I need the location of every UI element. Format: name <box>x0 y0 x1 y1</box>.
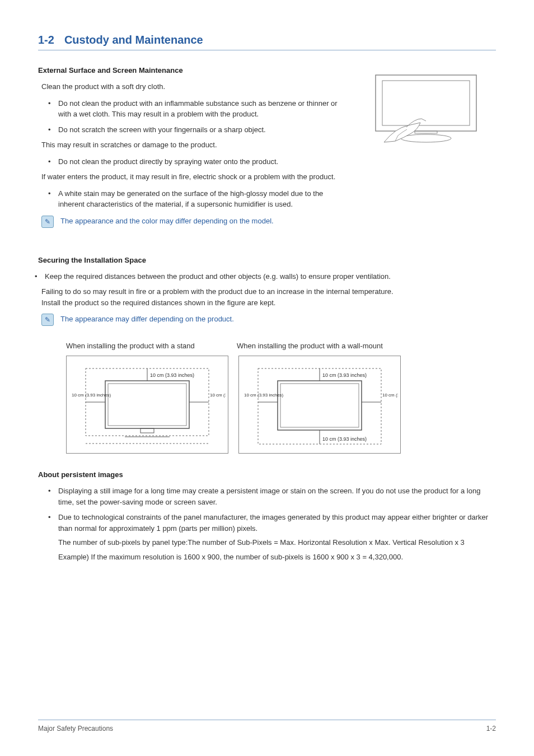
body-text: The number of sub-pixels by panel type:T… <box>58 537 496 548</box>
section-name: Custody and Maintenance <box>64 34 203 46</box>
svg-rect-1 <box>382 81 470 125</box>
note-text: The appearance and the color may differ … <box>60 216 274 227</box>
section-title: 1-2Custody and Maintenance <box>38 34 496 50</box>
bullet: Do not scratch the screen with your fing… <box>48 124 340 136</box>
body-text: If water enters the product, it may resu… <box>41 171 340 183</box>
note-icon: ✎ <box>41 314 54 326</box>
svg-rect-15 <box>280 384 359 427</box>
bullet-text: Due to technological constraints of the … <box>58 513 488 533</box>
section-number: 1-2 <box>38 34 54 46</box>
bullet: Keep the required distances between the … <box>35 271 496 282</box>
measure-label: 10 cm (3.93 inches) <box>322 372 367 378</box>
svg-rect-14 <box>278 381 362 430</box>
bullet: A white stain may be generated on the su… <box>48 188 340 210</box>
svg-rect-7 <box>108 384 186 426</box>
body-text: This may result in scratches or damage t… <box>41 139 340 151</box>
footer-right: 1-2 <box>486 725 496 732</box>
bullet: Displaying a still image for a long time… <box>48 486 496 507</box>
measure-label: 10 cm (3.93 inches) <box>382 393 398 398</box>
subheading-installation: Securing the Installation Space <box>38 256 496 264</box>
measure-label: 10 cm (3.93 inches) <box>150 372 194 378</box>
svg-rect-6 <box>105 381 189 428</box>
figure-caption: When installing the product with a stand <box>66 342 237 350</box>
subheading-external: External Surface and Screen Maintenance <box>38 66 340 74</box>
measure-label: 10 cm (3.93 inches) <box>244 393 284 398</box>
measure-label: 10 cm (3.93 inches) <box>210 393 226 398</box>
subheading-persistent: About persistent images <box>38 470 496 479</box>
bullet: Due to technological constraints of the … <box>48 512 496 562</box>
note-text: The appearance may differ depending on t… <box>60 314 234 325</box>
figure-stand: 10 cm (3.93 inches) 10 cm (3.93 inches) … <box>66 356 228 454</box>
bullet: Do not clean the product directly by spr… <box>48 156 340 167</box>
cleaning-illustration <box>364 69 488 153</box>
bullet: Do not clean the product with an inflamm… <box>48 98 340 120</box>
intro-text: Clean the product with a soft dry cloth. <box>41 81 340 92</box>
measure-label: 10 cm (3.93 inches) <box>322 436 367 442</box>
page-footer: Major Safety Precautions 1-2 <box>38 720 496 732</box>
figure-caption: When installing the product with a wall-… <box>237 342 383 350</box>
figure-wallmount: 10 cm (3.93 inches) 10 cm (3.93 inches) … <box>238 356 401 454</box>
body-text: Example) If the maximum resolution is 16… <box>58 552 496 563</box>
footer-left: Major Safety Precautions <box>38 725 113 732</box>
svg-rect-0 <box>376 75 476 131</box>
measure-label: 10 cm (3.93 inches) <box>72 393 111 398</box>
svg-point-3 <box>401 134 451 142</box>
svg-rect-8 <box>140 428 154 433</box>
note-icon: ✎ <box>41 216 54 228</box>
body-text: Failing to do so may result in fire or a… <box>41 286 496 308</box>
